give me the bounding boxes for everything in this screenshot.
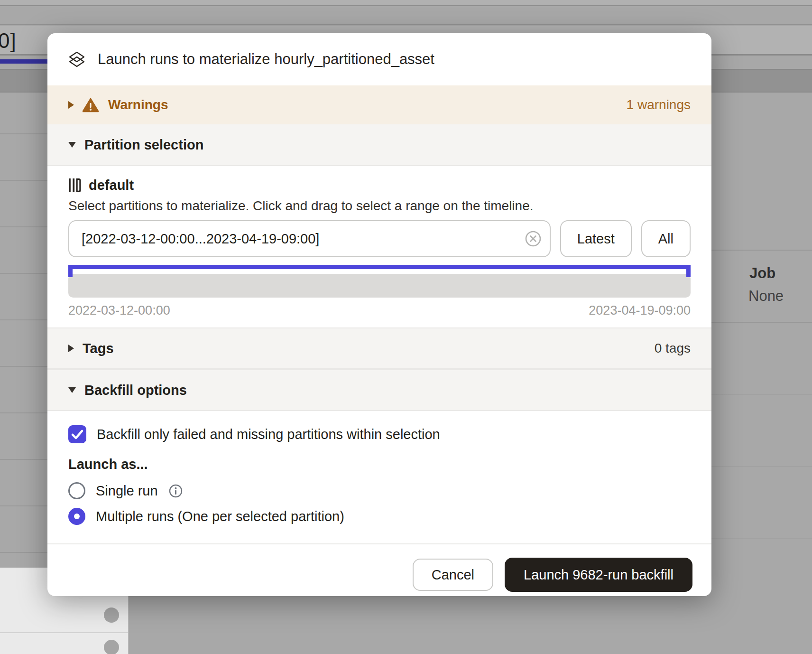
- background-row-divider: [711, 538, 812, 539]
- background-row-divider: [0, 505, 47, 506]
- background-row-divider: [0, 319, 47, 320]
- multiple-runs-label: Multiple runs (One per selected partitio…: [96, 509, 344, 524]
- tags-section-header[interactable]: Tags 0 tags: [47, 327, 711, 369]
- dialog-footer: Cancel Launch 9682-run backfill: [47, 543, 711, 596]
- materialize-layers-icon: [68, 51, 85, 68]
- backfill-options-title: Backfill options: [84, 383, 187, 398]
- partition-selection-body: default Select partitions to materialize…: [47, 166, 711, 327]
- background-toolbar-band: [0, 7, 812, 25]
- selection-start-tick: [68, 269, 73, 277]
- background-row-divider: [711, 322, 812, 323]
- launch-backfill-dialog: Launch runs to materialize hourly_partit…: [47, 33, 711, 596]
- timeline-end-label: 2023-04-19-09:00: [589, 303, 691, 318]
- background-row-divider: [0, 366, 47, 367]
- partition-dimension-row: default: [68, 177, 691, 194]
- warning-triangle-icon: [83, 98, 99, 112]
- multiple-runs-radio[interactable]: [68, 508, 85, 525]
- background-row-divider: [0, 459, 47, 460]
- background-partial-input-text: 0]: [0, 29, 17, 53]
- partition-set-icon: [68, 178, 81, 193]
- latest-button[interactable]: Latest: [560, 220, 632, 257]
- caret-down-icon: [68, 387, 76, 393]
- caret-right-icon: [68, 101, 74, 109]
- checkmark-icon: [69, 426, 86, 443]
- timeline-labels: 2022-03-12-00:00 2023-04-19-09:00: [68, 303, 691, 318]
- warnings-count: 1 warnings: [627, 97, 691, 112]
- single-run-option[interactable]: Single run: [68, 481, 691, 501]
- background-row-divider: [0, 632, 128, 633]
- warnings-section-header[interactable]: Warnings 1 warnings: [47, 85, 711, 124]
- clear-selection-button[interactable]: [523, 229, 543, 249]
- partition-range-input-wrap: [68, 220, 551, 257]
- single-run-radio[interactable]: [68, 482, 85, 499]
- partition-range-input[interactable]: [68, 220, 551, 257]
- warnings-label: Warnings: [108, 97, 168, 112]
- partition-selection-title: Partition selection: [84, 137, 203, 153]
- dialog-title: Launch runs to materialize hourly_partit…: [98, 51, 434, 68]
- background-job-column-value: None: [748, 288, 784, 305]
- cancel-button[interactable]: Cancel: [413, 559, 493, 591]
- tags-count: 0 tags: [655, 341, 691, 356]
- background-row-divider: [0, 133, 47, 134]
- caret-down-icon: [68, 142, 76, 148]
- partition-dimension-name: default: [89, 178, 134, 193]
- clear-circle-x-icon: [523, 229, 543, 249]
- partition-selection-section-header[interactable]: Partition selection: [47, 124, 711, 166]
- partition-controls: Latest All: [68, 220, 691, 257]
- caret-right-icon: [68, 345, 74, 352]
- timeline-selection-bar[interactable]: [68, 265, 691, 269]
- background-row-divider: [0, 226, 47, 227]
- background-row-divider: [0, 412, 47, 413]
- status-dot-icon: [104, 640, 119, 654]
- partition-timeline[interactable]: 2022-03-12-00:00 2023-04-19-09:00: [68, 265, 691, 318]
- timeline-track[interactable]: [68, 274, 691, 298]
- backfill-only-failed-checkbox[interactable]: [68, 425, 86, 443]
- all-button[interactable]: All: [641, 220, 691, 257]
- launch-backfill-button[interactable]: Launch 9682-run backfill: [505, 558, 692, 592]
- multiple-runs-option[interactable]: Multiple runs (One per selected partitio…: [68, 506, 691, 526]
- backfill-options-section-header[interactable]: Backfill options: [47, 369, 711, 411]
- background-row-divider: [711, 466, 812, 467]
- background-row-divider: [711, 250, 812, 251]
- backfill-only-failed-label: Backfill only failed and missing partiti…: [97, 427, 440, 442]
- background-row-divider: [0, 552, 47, 553]
- launch-as-label: Launch as...: [68, 457, 691, 472]
- background-row-divider: [0, 273, 47, 274]
- timeline-start-label: 2022-03-12-00:00: [68, 303, 170, 318]
- dialog-header: Launch runs to materialize hourly_partit…: [47, 33, 711, 85]
- background-row-divider: [0, 180, 47, 181]
- selection-end-tick: [686, 269, 691, 277]
- background-top-band: [0, 0, 812, 6]
- background-row-divider: [711, 394, 812, 395]
- backfill-options-body: Backfill only failed and missing partiti…: [47, 411, 711, 543]
- single-run-label: Single run: [96, 483, 158, 499]
- background-job-column-label: Job: [749, 265, 775, 282]
- partition-instructions: Select partitions to materialize. Click …: [68, 198, 691, 214]
- backfill-only-failed-row[interactable]: Backfill only failed and missing partiti…: [68, 425, 691, 443]
- tags-title: Tags: [83, 341, 114, 356]
- info-icon[interactable]: [168, 484, 183, 498]
- status-dot-icon: [104, 607, 119, 623]
